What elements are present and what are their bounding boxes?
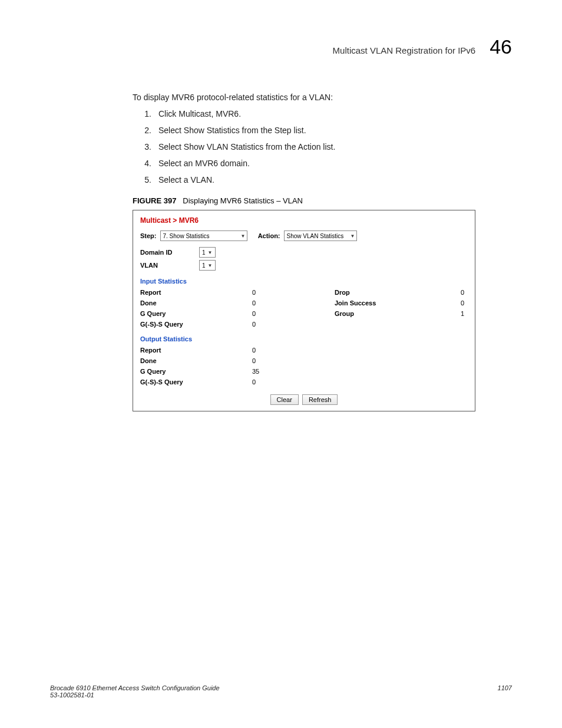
chevron-down-icon: ▼: [208, 250, 213, 255]
figure-caption: FIGURE 397 Displaying MVR6 Statistics – …: [133, 196, 512, 205]
mvr6-panel: Multicast > MVR6 Step: 7. Show Statistic…: [133, 210, 475, 411]
refresh-button[interactable]: Refresh: [302, 394, 338, 405]
vlan-value: 1: [202, 262, 206, 269]
output-statistics-title: Output Statistics: [133, 330, 475, 345]
action-label: Action:: [258, 232, 280, 239]
clear-button[interactable]: Clear: [270, 394, 299, 405]
step-2: Select Show Statistics from the Step lis…: [158, 126, 306, 135]
figure-label: FIGURE 397: [133, 196, 176, 205]
step-5: Select a VLAN.: [158, 175, 214, 185]
input-statistics-title: Input Statistics: [133, 272, 475, 287]
page-footer: Brocade 6910 Ethernet Access Switch Conf…: [50, 684, 512, 699]
breadcrumb: Multicast > MVR6: [133, 210, 475, 228]
domain-id-label: Domain ID: [140, 249, 199, 256]
domain-id-select[interactable]: 1 ▼: [199, 247, 216, 258]
header-title: Multicast VLAN Registration for IPv6: [333, 45, 476, 55]
figure-caption-text: Displaying MVR6 Statistics – VLAN: [183, 196, 303, 205]
stat-row: G Query0Group1: [133, 308, 475, 319]
footer-doc: 53-1002581-01: [50, 691, 220, 699]
domain-id-value: 1: [202, 249, 206, 256]
stat-row: Report0: [133, 345, 475, 355]
stat-row: Done0: [133, 355, 475, 366]
intro-text: To display MVR6 protocol-related statist…: [133, 93, 512, 102]
chevron-down-icon: ▼: [208, 263, 213, 268]
step-3: Select Show VLAN Statistics from the Act…: [158, 142, 335, 151]
step-select[interactable]: 7. Show Statistics ▼: [160, 230, 247, 241]
step-4: Select an MVR6 domain.: [158, 159, 250, 168]
step-label: Step:: [140, 232, 157, 239]
steps-list: 1.Click Multicast, MVR6. 2.Select Show S…: [133, 109, 512, 185]
chevron-down-icon: ▼: [351, 233, 355, 239]
vlan-label: VLAN: [140, 262, 199, 269]
step-1: Click Multicast, MVR6.: [158, 109, 241, 118]
footer-book: Brocade 6910 Ethernet Access Switch Conf…: [50, 684, 220, 691]
footer-page: 1107: [498, 684, 512, 699]
action-select[interactable]: Show VLAN Statistics ▼: [284, 230, 357, 241]
stat-row: G Query35: [133, 366, 475, 377]
action-select-value: Show VLAN Statistics: [287, 233, 344, 239]
stat-row: Done0Join Success0: [133, 298, 475, 308]
stat-row: Report0Drop0: [133, 287, 475, 298]
stat-row: G(-S)-S Query0: [133, 377, 475, 387]
vlan-select[interactable]: 1 ▼: [199, 260, 216, 271]
page-header: Multicast VLAN Registration for IPv6 46: [50, 35, 512, 58]
step-select-value: 7. Show Statistics: [163, 233, 210, 239]
chevron-down-icon: ▼: [241, 233, 246, 239]
stat-row: G(-S)-S Query0: [133, 319, 475, 330]
chapter-number: 46: [490, 35, 512, 58]
